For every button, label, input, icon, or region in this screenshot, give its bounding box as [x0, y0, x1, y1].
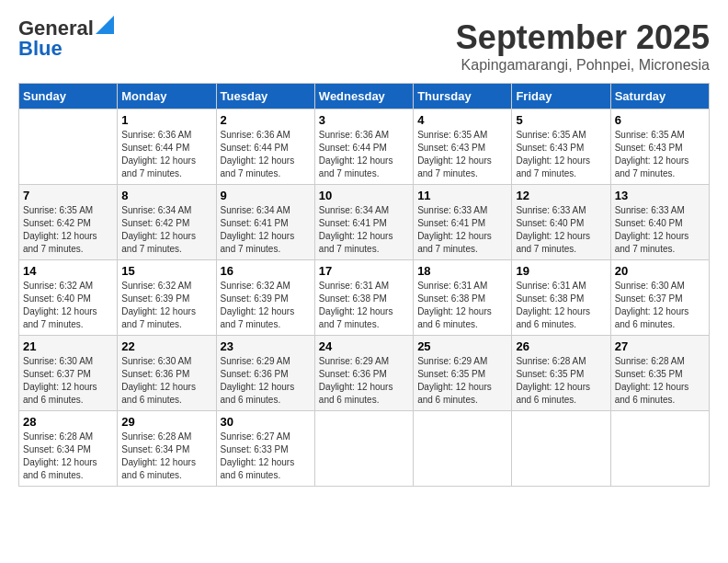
- calendar-week-row: 28Sunrise: 6:28 AM Sunset: 6:34 PM Dayli…: [19, 411, 710, 487]
- calendar-cell: 25Sunrise: 6:29 AM Sunset: 6:35 PM Dayli…: [414, 336, 512, 411]
- calendar-cell: 15Sunrise: 6:32 AM Sunset: 6:39 PM Dayli…: [118, 260, 216, 336]
- day-info: Sunrise: 6:32 AM Sunset: 6:39 PM Dayligh…: [121, 280, 211, 331]
- day-info: Sunrise: 6:30 AM Sunset: 6:37 PM Dayligh…: [615, 280, 705, 331]
- day-number: 21: [23, 339, 113, 353]
- day-info: Sunrise: 6:28 AM Sunset: 6:34 PM Dayligh…: [23, 431, 113, 482]
- calendar-cell: 17Sunrise: 6:31 AM Sunset: 6:38 PM Dayli…: [314, 260, 413, 336]
- day-number: 13: [615, 189, 705, 202]
- day-info: Sunrise: 6:31 AM Sunset: 6:38 PM Dayligh…: [319, 280, 409, 331]
- day-info: Sunrise: 6:31 AM Sunset: 6:38 PM Dayligh…: [417, 280, 507, 331]
- day-header-saturday: Saturday: [610, 84, 709, 109]
- day-number: 17: [319, 264, 409, 278]
- calendar-cell: [610, 411, 709, 487]
- day-number: 22: [121, 339, 211, 353]
- day-number: 23: [221, 339, 311, 353]
- title-area: September 2025 Kapingamarangi, Pohnpei, …: [456, 18, 710, 74]
- day-info: Sunrise: 6:35 AM Sunset: 6:42 PM Dayligh…: [23, 204, 113, 256]
- day-info: Sunrise: 6:32 AM Sunset: 6:40 PM Dayligh…: [23, 280, 113, 331]
- calendar-cell: 27Sunrise: 6:28 AM Sunset: 6:35 PM Dayli…: [610, 336, 709, 411]
- day-number: 11: [417, 189, 507, 202]
- day-header-wednesday: Wednesday: [314, 84, 413, 109]
- calendar-body: 1Sunrise: 6:36 AM Sunset: 6:44 PM Daylig…: [19, 109, 710, 487]
- calendar-cell: [314, 411, 413, 487]
- day-info: Sunrise: 6:34 AM Sunset: 6:41 PM Dayligh…: [221, 204, 311, 256]
- month-title: September 2025: [456, 18, 710, 57]
- header: General Blue September 2025 Kapingamaran…: [18, 18, 710, 74]
- calendar-week-row: 21Sunrise: 6:30 AM Sunset: 6:37 PM Dayli…: [19, 336, 710, 411]
- logo-icon: [96, 16, 114, 34]
- day-number: 9: [221, 189, 311, 202]
- calendar-cell: 4Sunrise: 6:35 AM Sunset: 6:43 PM Daylig…: [414, 109, 512, 185]
- day-number: 1: [121, 113, 211, 127]
- day-info: Sunrise: 6:36 AM Sunset: 6:44 PM Dayligh…: [221, 129, 311, 180]
- day-header-sunday: Sunday: [19, 84, 118, 109]
- day-header-friday: Friday: [512, 84, 610, 109]
- calendar: SundayMondayTuesdayWednesdayThursdayFrid…: [18, 83, 710, 487]
- calendar-cell: 12Sunrise: 6:33 AM Sunset: 6:40 PM Dayli…: [512, 185, 610, 260]
- calendar-cell: 18Sunrise: 6:31 AM Sunset: 6:38 PM Dayli…: [414, 260, 512, 336]
- day-info: Sunrise: 6:28 AM Sunset: 6:35 PM Dayligh…: [615, 355, 705, 407]
- calendar-cell: 13Sunrise: 6:33 AM Sunset: 6:40 PM Dayli…: [610, 185, 709, 260]
- day-info: Sunrise: 6:36 AM Sunset: 6:44 PM Dayligh…: [121, 129, 211, 180]
- calendar-cell: 26Sunrise: 6:28 AM Sunset: 6:35 PM Dayli…: [512, 336, 610, 411]
- day-info: Sunrise: 6:35 AM Sunset: 6:43 PM Dayligh…: [417, 129, 507, 180]
- day-info: Sunrise: 6:28 AM Sunset: 6:35 PM Dayligh…: [516, 355, 606, 407]
- day-number: 29: [121, 415, 211, 429]
- calendar-week-row: 1Sunrise: 6:36 AM Sunset: 6:44 PM Daylig…: [19, 109, 710, 185]
- day-number: 20: [615, 264, 705, 278]
- calendar-header-row: SundayMondayTuesdayWednesdayThursdayFrid…: [19, 84, 710, 109]
- calendar-cell: 21Sunrise: 6:30 AM Sunset: 6:37 PM Dayli…: [19, 336, 118, 411]
- calendar-week-row: 14Sunrise: 6:32 AM Sunset: 6:40 PM Dayli…: [19, 260, 710, 336]
- day-number: 10: [319, 189, 409, 202]
- day-number: 15: [121, 264, 211, 278]
- calendar-cell: 23Sunrise: 6:29 AM Sunset: 6:36 PM Dayli…: [216, 336, 314, 411]
- subtitle: Kapingamarangi, Pohnpei, Micronesia: [456, 57, 710, 74]
- day-info: Sunrise: 6:29 AM Sunset: 6:36 PM Dayligh…: [221, 355, 311, 407]
- day-info: Sunrise: 6:28 AM Sunset: 6:34 PM Dayligh…: [121, 431, 211, 482]
- day-number: 4: [417, 113, 507, 127]
- day-number: 24: [319, 339, 409, 353]
- day-number: 5: [516, 113, 606, 127]
- calendar-cell: 7Sunrise: 6:35 AM Sunset: 6:42 PM Daylig…: [19, 185, 118, 260]
- day-info: Sunrise: 6:36 AM Sunset: 6:44 PM Dayligh…: [319, 129, 409, 180]
- calendar-cell: 29Sunrise: 6:28 AM Sunset: 6:34 PM Dayli…: [118, 411, 216, 487]
- day-info: Sunrise: 6:31 AM Sunset: 6:38 PM Dayligh…: [516, 280, 606, 331]
- day-number: 27: [615, 339, 705, 353]
- day-info: Sunrise: 6:33 AM Sunset: 6:40 PM Dayligh…: [516, 204, 606, 256]
- day-number: 26: [516, 339, 606, 353]
- calendar-cell: [414, 411, 512, 487]
- day-info: Sunrise: 6:35 AM Sunset: 6:43 PM Dayligh…: [516, 129, 606, 180]
- day-info: Sunrise: 6:33 AM Sunset: 6:41 PM Dayligh…: [417, 204, 507, 256]
- day-info: Sunrise: 6:34 AM Sunset: 6:42 PM Dayligh…: [121, 204, 211, 256]
- calendar-cell: 19Sunrise: 6:31 AM Sunset: 6:38 PM Dayli…: [512, 260, 610, 336]
- day-info: Sunrise: 6:35 AM Sunset: 6:43 PM Dayligh…: [615, 129, 705, 180]
- calendar-cell: 2Sunrise: 6:36 AM Sunset: 6:44 PM Daylig…: [216, 109, 314, 185]
- day-number: 12: [516, 189, 606, 202]
- day-info: Sunrise: 6:33 AM Sunset: 6:40 PM Dayligh…: [615, 204, 705, 256]
- logo: General Blue: [18, 18, 114, 59]
- calendar-cell: 16Sunrise: 6:32 AM Sunset: 6:39 PM Dayli…: [216, 260, 314, 336]
- day-number: 8: [121, 189, 211, 202]
- calendar-cell: 8Sunrise: 6:34 AM Sunset: 6:42 PM Daylig…: [118, 185, 216, 260]
- calendar-cell: [512, 411, 610, 487]
- calendar-cell: 9Sunrise: 6:34 AM Sunset: 6:41 PM Daylig…: [216, 185, 314, 260]
- day-header-monday: Monday: [118, 84, 216, 109]
- day-header-thursday: Thursday: [414, 84, 512, 109]
- calendar-cell: 1Sunrise: 6:36 AM Sunset: 6:44 PM Daylig…: [118, 109, 216, 185]
- day-info: Sunrise: 6:34 AM Sunset: 6:41 PM Dayligh…: [319, 204, 409, 256]
- day-number: 18: [417, 264, 507, 278]
- day-info: Sunrise: 6:29 AM Sunset: 6:36 PM Dayligh…: [319, 355, 409, 407]
- calendar-cell: 10Sunrise: 6:34 AM Sunset: 6:41 PM Dayli…: [314, 185, 413, 260]
- day-number: 19: [516, 264, 606, 278]
- day-info: Sunrise: 6:32 AM Sunset: 6:39 PM Dayligh…: [221, 280, 311, 331]
- calendar-cell: 11Sunrise: 6:33 AM Sunset: 6:41 PM Dayli…: [414, 185, 512, 260]
- calendar-cell: 20Sunrise: 6:30 AM Sunset: 6:37 PM Dayli…: [610, 260, 709, 336]
- calendar-cell: 14Sunrise: 6:32 AM Sunset: 6:40 PM Dayli…: [19, 260, 118, 336]
- calendar-cell: 22Sunrise: 6:30 AM Sunset: 6:36 PM Dayli…: [118, 336, 216, 411]
- day-number: 2: [221, 113, 311, 127]
- day-number: 14: [23, 264, 113, 278]
- day-number: 28: [23, 415, 113, 429]
- calendar-cell: [19, 109, 118, 185]
- day-number: 3: [319, 113, 409, 127]
- day-info: Sunrise: 6:30 AM Sunset: 6:37 PM Dayligh…: [23, 355, 113, 407]
